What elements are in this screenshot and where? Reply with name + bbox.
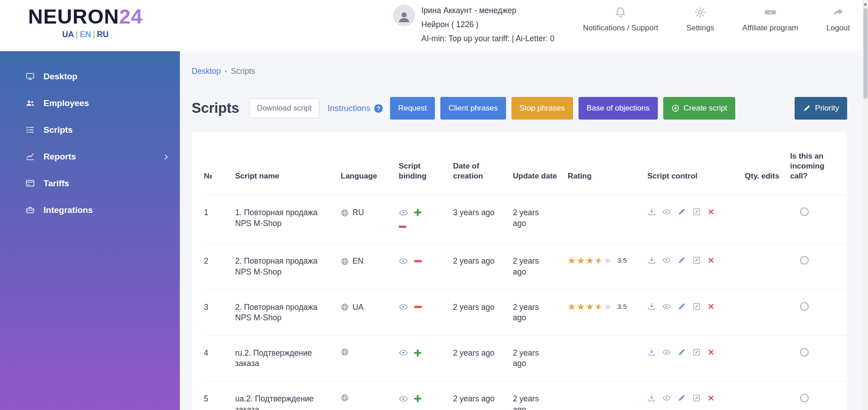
edit-script-icon[interactable] xyxy=(677,302,686,311)
delete-script-icon[interactable] xyxy=(707,208,715,216)
edit-script-icon[interactable] xyxy=(677,348,686,357)
edit-script-icon[interactable] xyxy=(677,394,686,402)
scrollbar-up-arrow[interactable] xyxy=(863,1,868,7)
qty-edits-cell xyxy=(745,195,790,244)
script-name-link[interactable]: ua.2. Подтверждение заказа xyxy=(235,394,313,410)
sidebar-item-scripts[interactable]: Scripts xyxy=(0,116,180,143)
binding-eye-icon[interactable] xyxy=(399,302,408,312)
incoming-call-radio[interactable] xyxy=(800,207,809,216)
delete-script-icon[interactable] xyxy=(707,256,715,264)
base-of-objections-button[interactable]: Base of objections xyxy=(579,97,658,120)
view-script-icon[interactable] xyxy=(662,348,671,357)
sidebar-item-desktop[interactable]: Desktop xyxy=(0,63,180,90)
edit-script-icon[interactable] xyxy=(677,256,686,265)
scripts-table-card: № Script name Language Script binding Da… xyxy=(192,132,847,410)
view-script-icon[interactable] xyxy=(662,302,671,311)
col-header-script-binding: Script binding xyxy=(399,132,453,195)
binding-eye-icon[interactable] xyxy=(399,208,408,217)
incoming-call-radio[interactable] xyxy=(800,302,809,311)
sidebar-item-label: Scripts xyxy=(43,125,72,135)
sidebar-item-reports[interactable]: Reports xyxy=(0,143,180,170)
vertical-scrollbar[interactable] xyxy=(863,0,868,410)
view-script-icon[interactable] xyxy=(662,394,671,402)
binding-eye-icon[interactable] xyxy=(399,256,408,266)
sidebar-item-integrations[interactable]: Integrations xyxy=(0,197,180,223)
avatar[interactable] xyxy=(393,5,415,26)
delete-script-icon[interactable] xyxy=(707,394,715,402)
qty-edits-cell xyxy=(745,289,790,335)
binding-minus-icon[interactable] xyxy=(399,226,406,228)
sidebar-item-label: Tariffs xyxy=(43,178,69,188)
binding-minus-icon[interactable] xyxy=(414,260,422,262)
action-label: Settings xyxy=(686,24,714,33)
scripts-table: № Script name Language Script binding Da… xyxy=(204,132,847,410)
account-name: Нейрон ( 1226 ) xyxy=(421,18,555,32)
breadcrumb-desktop-link[interactable]: Desktop xyxy=(192,67,221,76)
binding-plus-icon[interactable] xyxy=(414,349,421,357)
logout-icon xyxy=(832,6,844,19)
scrollbar-thumb[interactable] xyxy=(863,8,868,99)
sidebar-item-tariffs[interactable]: Tariffs xyxy=(0,170,180,197)
delete-script-icon[interactable] xyxy=(707,348,715,356)
rename-script-icon[interactable] xyxy=(692,256,701,265)
logo[interactable]: NEURON24 UA|EN|RU xyxy=(28,5,143,39)
incoming-call-radio[interactable] xyxy=(800,256,809,265)
priority-button[interactable]: Priority xyxy=(795,97,847,120)
view-script-icon[interactable] xyxy=(662,256,671,265)
rename-script-icon[interactable] xyxy=(692,302,701,311)
rating-cell: ★★★★★★★★★★ 3.5 xyxy=(568,289,647,335)
download-script-button[interactable]: Download script xyxy=(249,98,319,118)
download-script-icon[interactable] xyxy=(647,302,656,311)
download-script-icon[interactable] xyxy=(647,207,656,216)
lang-separator: | xyxy=(74,30,80,39)
update-date: 2 years ago xyxy=(513,244,568,289)
instructions-link[interactable]: Instructions ? xyxy=(328,103,383,113)
incoming-call-radio[interactable] xyxy=(800,394,809,402)
script-name-link[interactable]: 2. Повторная продажа NPS M-Shop xyxy=(235,303,318,323)
binding-minus-icon[interactable] xyxy=(414,306,422,308)
col-header-qty-edits: Qty. edits xyxy=(745,132,790,195)
rename-script-icon[interactable] xyxy=(692,394,701,402)
sidebar-item-employees[interactable]: Employees xyxy=(0,90,180,116)
handshake-icon xyxy=(764,6,776,19)
view-script-icon[interactable] xyxy=(662,207,671,216)
rename-script-icon[interactable] xyxy=(692,207,701,216)
edit-script-icon[interactable] xyxy=(677,207,686,216)
row-number: 1 xyxy=(204,195,235,244)
lang-ru-link[interactable]: RU xyxy=(97,30,109,39)
date-of-creation: 2 years ago xyxy=(453,289,513,335)
sidebar-item-label: Integrations xyxy=(43,205,93,215)
language-code: EN xyxy=(352,256,363,267)
request-button[interactable]: Request xyxy=(390,97,435,120)
script-name-link[interactable]: 1. Повторная продажа NPS M-Shop xyxy=(235,208,318,228)
download-script-icon[interactable] xyxy=(647,348,656,357)
tariff-status[interactable]: AI-min: Top up your tariff: | Ai-Letter:… xyxy=(421,32,555,46)
desktop-icon xyxy=(25,72,35,81)
download-script-icon[interactable] xyxy=(647,394,656,402)
binding-eye-icon[interactable] xyxy=(399,348,408,357)
download-script-icon[interactable] xyxy=(647,256,656,265)
tariffs-icon xyxy=(25,178,35,188)
stop-phrases-button[interactable]: Stop phrases xyxy=(511,97,573,120)
logout-button[interactable]: Logout xyxy=(826,6,850,33)
qty-edits-cell xyxy=(745,244,790,289)
notifications-support-button[interactable]: Notifications / Support xyxy=(583,6,658,33)
create-script-button[interactable]: Create script xyxy=(663,97,735,120)
question-circle-icon: ? xyxy=(374,104,383,113)
delete-script-icon[interactable] xyxy=(707,303,715,310)
client-phrases-button[interactable]: Client phrases xyxy=(440,97,506,120)
lang-en-link[interactable]: EN xyxy=(80,30,91,39)
sidebar-item-label: Reports xyxy=(43,152,76,162)
lang-ua-link[interactable]: UA xyxy=(62,30,74,39)
affiliate-program-button[interactable]: Affiliate program xyxy=(743,6,798,33)
binding-eye-icon[interactable] xyxy=(399,394,408,404)
script-name-link[interactable]: 2. Повторная продажа NPS M-Shop xyxy=(235,256,318,276)
rename-script-icon[interactable] xyxy=(692,348,701,357)
binding-plus-icon[interactable] xyxy=(414,395,421,402)
script-name-link[interactable]: ru.2. Подтверждение заказа xyxy=(235,348,312,368)
stop-phrases-label: Stop phrases xyxy=(520,104,565,113)
gear-icon xyxy=(694,6,706,19)
incoming-call-radio[interactable] xyxy=(800,348,809,357)
binding-plus-icon[interactable] xyxy=(414,209,421,216)
settings-button[interactable]: Settings xyxy=(686,6,714,33)
